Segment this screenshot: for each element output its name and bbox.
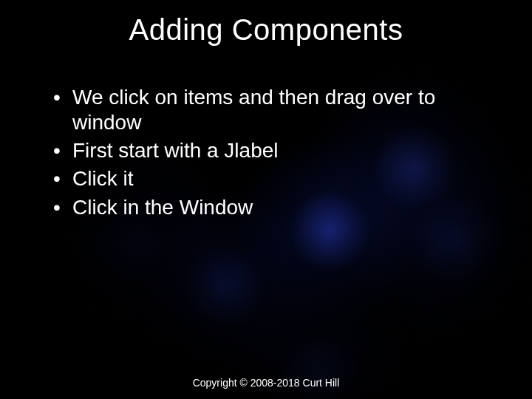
bullet-list: We click on items and then drag over to … [52,85,502,220]
slide-body: We click on items and then drag over to … [52,85,502,223]
list-item: Click it [52,166,502,191]
list-item: Click in the Window [52,195,502,220]
footer-copyright: Copyright © 2008-2018 Curt Hill [0,377,532,389]
list-item: We click on items and then drag over to … [52,85,502,135]
list-item: First start with a Jlabel [52,138,502,163]
slide-title: Adding Components [0,13,532,47]
slide: Adding Components We click on items and … [0,0,532,399]
